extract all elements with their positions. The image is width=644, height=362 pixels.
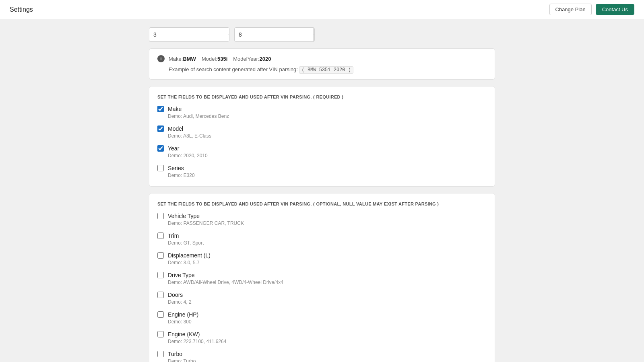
checkbox-label-series: Series: [168, 165, 184, 171]
optional-section-title: SET THE FIELDS TO BE DISPLAYED AND USED …: [157, 202, 487, 206]
tag-modelyear-value: 2020: [260, 56, 271, 62]
spinner-up-1[interactable]: ▲: [228, 28, 229, 35]
checkbox-item-drive-type: Drive TypeDemo: AWD/All-Wheel Drive, 4WD…: [157, 272, 487, 285]
info-box-top: i Make:BMW Model:535i ModelYear:2020: [157, 55, 487, 62]
checkbox-turbo[interactable]: [157, 351, 164, 357]
checkbox-label-row-series: Series: [157, 165, 487, 171]
checkbox-engine-kw[interactable]: [157, 331, 164, 337]
page-title: Settings: [10, 6, 33, 13]
checkbox-drive-type[interactable]: [157, 272, 164, 278]
checkbox-make[interactable]: [157, 106, 164, 112]
info-example: Example of search content generated afte…: [157, 66, 487, 73]
checkbox-demo-drive-type: Demo: AWD/All-Wheel Drive, 4WD/4-Wheel D…: [157, 280, 487, 285]
checkbox-vehicle-type[interactable]: [157, 213, 164, 219]
page: ▲ ▼ ▲ ▼ i Make:BMW: [0, 19, 644, 362]
checkbox-item-year: YearDemo: 2020, 2010: [157, 145, 487, 158]
checkbox-label-row-engine-kw: Engine (KW): [157, 331, 487, 337]
checkbox-demo-engine-hp: Demo: 300: [157, 319, 487, 325]
checkbox-demo-series: Demo: E320: [157, 173, 487, 178]
checkbox-item-turbo: TurboDemo: Turbo: [157, 351, 487, 362]
checkbox-label-row-doors: Doors: [157, 292, 487, 298]
spinners-2: ▲ ▼: [313, 28, 315, 41]
number-field-1: ▲ ▼: [149, 27, 229, 42]
checkbox-model[interactable]: [157, 125, 164, 132]
checkbox-label-row-year: Year: [157, 145, 487, 152]
checkbox-label-row-make: Make: [157, 106, 487, 112]
checkbox-item-model: ModelDemo: A8L, E-Class: [157, 125, 487, 139]
checkbox-label-row-drive-type: Drive Type: [157, 272, 487, 278]
spinner-down-2[interactable]: ▼: [314, 35, 315, 42]
change-plan-button[interactable]: Change Plan: [549, 4, 592, 15]
header-actions: Change Plan Contact Us: [549, 4, 634, 15]
checkbox-label-turbo: Turbo: [168, 351, 182, 357]
checkbox-demo-doors: Demo: 4, 2: [157, 299, 487, 305]
checkbox-demo-engine-kw: Demo: 223.7100, 411.6264: [157, 339, 487, 344]
checkbox-label-row-vehicle-type: Vehicle Type: [157, 213, 487, 219]
checkbox-label-make: Make: [168, 106, 182, 112]
checkbox-label-model: Model: [168, 125, 183, 132]
optional-items: Vehicle TypeDemo: PASSENGER CAR, TRUCKTr…: [157, 213, 487, 362]
checkbox-item-engine-hp: Engine (HP)Demo: 300: [157, 311, 487, 325]
checkbox-label-displacement: Displacement (L): [168, 252, 211, 259]
checkbox-item-engine-kw: Engine (KW)Demo: 223.7100, 411.6264: [157, 331, 487, 344]
checkbox-label-row-turbo: Turbo: [157, 351, 487, 357]
tag-modelyear: ModelYear:2020: [233, 56, 271, 62]
checkbox-label-row-trim: Trim: [157, 232, 487, 239]
checkbox-item-series: SeriesDemo: E320: [157, 165, 487, 178]
contact-us-button[interactable]: Contact Us: [596, 4, 634, 15]
checkbox-demo-turbo: Demo: Turbo: [157, 358, 487, 362]
checkbox-label-drive-type: Drive Type: [168, 272, 195, 278]
number-input-1[interactable]: [149, 31, 228, 38]
spinner-up-2[interactable]: ▲: [314, 28, 315, 35]
checkbox-demo-trim: Demo: GT, Sport: [157, 240, 487, 246]
checkbox-label-vehicle-type: Vehicle Type: [168, 213, 200, 219]
required-items: MakeDemo: Audi, Mercedes BenzModelDemo: …: [157, 106, 487, 178]
info-tags: Make:BMW Model:535i ModelYear:2020: [169, 56, 271, 62]
example-prefix: Example of search content generated afte…: [169, 66, 298, 72]
required-section-title: SET THE FIELDS TO BE DISPLAYED AND USED …: [157, 95, 487, 99]
tag-make: Make:BMW: [169, 56, 196, 62]
checkbox-label-row-model: Model: [157, 125, 487, 132]
tag-modelyear-label: ModelYear:: [233, 56, 259, 62]
checkbox-demo-vehicle-type: Demo: PASSENGER CAR, TRUCK: [157, 220, 487, 226]
checkbox-year[interactable]: [157, 145, 164, 152]
checkbox-item-trim: TrimDemo: GT, Sport: [157, 232, 487, 246]
checkbox-item-make: MakeDemo: Audi, Mercedes Benz: [157, 106, 487, 119]
checkbox-demo-year: Demo: 2020, 2010: [157, 153, 487, 158]
number-field-2: ▲ ▼: [234, 27, 315, 42]
checkbox-label-row-engine-hp: Engine (HP): [157, 311, 487, 318]
spinners-1: ▲ ▼: [228, 28, 229, 41]
checkbox-item-displacement: Displacement (L)Demo: 3.0, 5.7: [157, 252, 487, 265]
tag-model-value: 535i: [217, 56, 227, 62]
checkbox-doors[interactable]: [157, 292, 164, 298]
required-section: SET THE FIELDS TO BE DISPLAYED AND USED …: [149, 86, 495, 187]
checkbox-demo-make: Demo: Audi, Mercedes Benz: [157, 113, 487, 119]
checkbox-label-year: Year: [168, 145, 179, 152]
example-code: ( BMW 535i 2020 ): [299, 66, 353, 74]
checkbox-trim[interactable]: [157, 232, 164, 239]
number-row: ▲ ▼ ▲ ▼: [149, 27, 495, 42]
checkbox-item-vehicle-type: Vehicle TypeDemo: PASSENGER CAR, TRUCK: [157, 213, 487, 226]
tag-model-label: Model:: [202, 56, 217, 62]
info-icon: i: [157, 55, 165, 62]
tag-make-value: BMW: [183, 56, 196, 62]
checkbox-label-engine-kw: Engine (KW): [168, 331, 200, 337]
checkbox-label-engine-hp: Engine (HP): [168, 311, 198, 318]
number-input-2[interactable]: [235, 31, 313, 38]
checkbox-label-row-displacement: Displacement (L): [157, 252, 487, 259]
main-content: ▲ ▼ ▲ ▼ i Make:BMW: [149, 27, 495, 362]
tag-make-label: Make:: [169, 56, 183, 62]
checkbox-demo-displacement: Demo: 3.0, 5.7: [157, 260, 487, 265]
header: Settings Change Plan Contact Us: [0, 0, 644, 19]
checkbox-item-doors: DoorsDemo: 4, 2: [157, 292, 487, 305]
checkbox-engine-hp[interactable]: [157, 311, 164, 318]
checkbox-label-doors: Doors: [168, 292, 183, 298]
tag-model: Model:535i: [202, 56, 227, 62]
checkbox-displacement[interactable]: [157, 252, 164, 259]
optional-section: SET THE FIELDS TO BE DISPLAYED AND USED …: [149, 193, 495, 362]
checkbox-label-trim: Trim: [168, 232, 179, 239]
spinner-down-1[interactable]: ▼: [228, 35, 229, 42]
info-box: i Make:BMW Model:535i ModelYear:2020 Exa…: [149, 48, 495, 80]
checkbox-demo-model: Demo: A8L, E-Class: [157, 133, 487, 139]
checkbox-series[interactable]: [157, 165, 164, 171]
